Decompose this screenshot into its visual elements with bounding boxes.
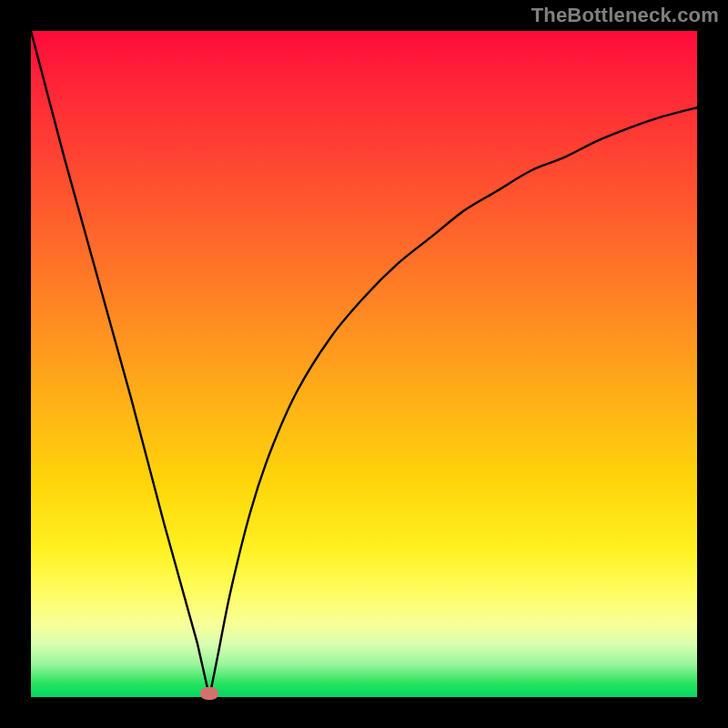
gradient-background [31,31,697,697]
attribution-text: TheBottleneck.com [531,4,719,27]
chart-frame: TheBottleneck.com [0,0,728,728]
plot-area [31,31,697,697]
